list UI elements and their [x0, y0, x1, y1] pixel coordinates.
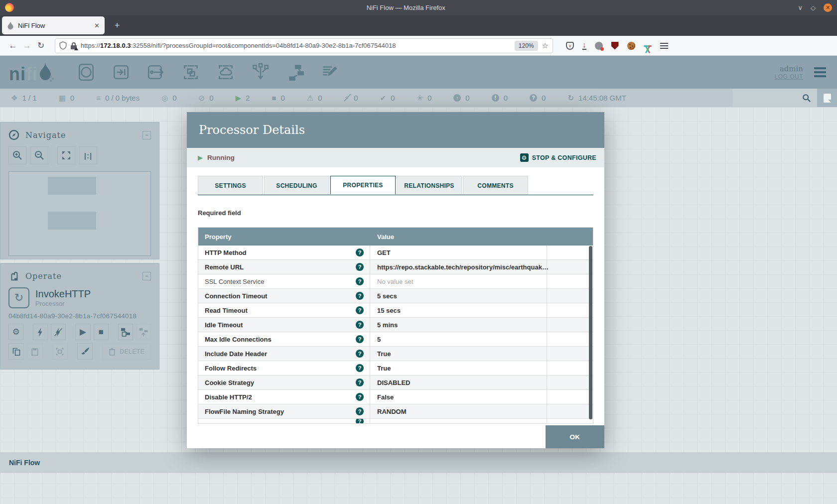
start-button[interactable]: ▶ [75, 324, 90, 340]
stop-button[interactable]: ■ [94, 324, 109, 340]
browser-tab[interactable]: NiFi Flow ✕ [2, 16, 105, 34]
logout-link[interactable]: LOG OUT [774, 73, 803, 80]
property-value: 5 mins [370, 318, 547, 332]
help-icon[interactable]: ? [356, 292, 364, 300]
url-text[interactable]: https://172.18.0.3:32558/nifi/?processGr… [81, 42, 511, 49]
property-value: GET [370, 246, 547, 259]
selected-component-id: 04b8fd14-80a9-30e2-8b1a-7cf067544018 [0, 308, 159, 321]
status-threads-icon: ▦ 0 [59, 94, 75, 103]
tab-properties[interactable]: PROPERTIES [330, 176, 396, 195]
reload-button[interactable]: ↻ [34, 39, 48, 53]
window-titlebar: NiFi Flow — Mozilla Firefox ∨ ◇ ✕ [0, 0, 837, 15]
processor-component-icon[interactable] [77, 63, 96, 82]
threads-icon: ▦ [59, 94, 66, 103]
container-mask-icon[interactable] [595, 42, 603, 50]
bulletin-panel-button[interactable] [817, 89, 837, 107]
tab-scheduling[interactable]: SCHEDULING [264, 176, 329, 195]
tab-relationships[interactable]: RELATIONSHIPS [397, 176, 462, 195]
help-icon[interactable]: ? [356, 306, 364, 314]
help-icon[interactable]: ? [356, 263, 364, 271]
minimap-component [48, 177, 96, 195]
properties-table-header: Property Value [198, 228, 593, 246]
padlock-icon[interactable] [71, 42, 77, 49]
property-row-cookie-strategy: Cookie Strategy ? DISABLED [198, 376, 593, 390]
sync-failure-icon: ? [530, 94, 537, 102]
property-row-disable-http-2: Disable HTTP/2 ? False [198, 390, 593, 404]
help-icon[interactable]: ? [356, 350, 364, 358]
zoom-out-button[interactable] [30, 146, 48, 164]
help-icon[interactable]: ? [356, 393, 364, 401]
help-icon[interactable]: ? [356, 321, 364, 329]
forward-button[interactable]: → [20, 39, 34, 53]
configure-button[interactable]: ⚙ [8, 324, 23, 340]
copy-button[interactable] [8, 343, 24, 360]
template-component-icon[interactable] [286, 63, 305, 82]
help-icon[interactable]: ? [356, 277, 364, 285]
input-port-component-icon[interactable] [112, 63, 131, 82]
property-value: 5 [370, 332, 547, 346]
zoom-in-button[interactable] [8, 146, 26, 164]
pocket-icon[interactable]: ∨ [566, 42, 574, 50]
window-minimize-icon[interactable]: ∨ [798, 4, 803, 11]
refresh-icon[interactable]: ↻ [567, 94, 574, 103]
colorful-asterisk-extension-icon[interactable] [644, 42, 652, 50]
help-icon[interactable]: ? [356, 407, 364, 415]
global-menu-icon[interactable] [814, 71, 826, 73]
window-maximize-icon[interactable]: ◇ [811, 4, 816, 11]
paste-button[interactable] [27, 343, 42, 360]
processor-stamp-icon: ↻ [8, 287, 29, 308]
help-icon[interactable]: ? [356, 249, 364, 256]
selected-component-name: InvokeHTTP [35, 288, 91, 300]
save-template-button[interactable] [118, 324, 133, 340]
upload-template-button[interactable] [136, 324, 151, 340]
label-component-icon[interactable] [321, 63, 340, 82]
help-icon[interactable]: ? [356, 335, 364, 343]
status-disabled-icon: ⚡ 0 [344, 94, 358, 103]
remote-process-group-component-icon[interactable] [216, 63, 235, 82]
status-transmitting-icon: ◎ 0 [161, 94, 176, 103]
search-box[interactable] [732, 89, 817, 107]
downloads-icon[interactable]: ↓ [582, 41, 586, 50]
breadcrumb[interactable]: NiFi Flow [9, 459, 40, 467]
disable-button[interactable] [51, 324, 66, 340]
fit-to-screen-button[interactable] [57, 146, 75, 164]
cluster-icon: ❖ [11, 94, 17, 103]
property-row-http-method: HTTP Method ? GET [198, 246, 593, 260]
ok-button[interactable]: OK [546, 425, 604, 448]
group-button[interactable] [52, 343, 68, 360]
browser-menu-icon[interactable] [660, 45, 668, 46]
invalid-icon: ⚠ [307, 94, 313, 103]
window-close-icon[interactable]: ✕ [824, 3, 832, 12]
search-icon[interactable] [802, 94, 811, 103]
process-group-component-icon[interactable] [181, 63, 200, 82]
cookie-extension-icon[interactable] [627, 42, 635, 50]
window-title: NiFi Flow — Mozilla Firefox [14, 4, 798, 11]
funnel-component-icon[interactable] [251, 63, 270, 82]
back-button[interactable]: ← [6, 39, 20, 53]
tab-comments[interactable]: COMMENTS [463, 176, 528, 195]
tab-settings[interactable]: SETTINGS [198, 176, 263, 195]
collapse-navigate-icon[interactable]: − [142, 131, 151, 139]
tracking-shield-icon[interactable] [59, 41, 67, 50]
help-icon[interactable]: ? [356, 378, 364, 386]
new-tab-button[interactable]: + [110, 18, 125, 33]
help-icon[interactable]: ? [356, 364, 364, 372]
stop-configure-icon: ⚙ [520, 153, 529, 162]
enable-button[interactable] [33, 324, 48, 340]
stop-and-configure-button[interactable]: ⚙ STOP & CONFIGURE [520, 153, 596, 162]
zoom-level-badge[interactable]: 120% [515, 41, 538, 51]
table-scrollbar[interactable] [589, 246, 592, 419]
lock-warning-icon [74, 47, 78, 50]
actual-size-button[interactable]: |:| [79, 146, 97, 164]
url-bar[interactable]: https://172.18.0.3:32558/nifi/?processGr… [55, 38, 553, 53]
delete-button[interactable]: DELETE [102, 343, 151, 360]
color-button[interactable] [77, 343, 93, 360]
bookmark-star-icon[interactable]: ☆ [542, 41, 549, 50]
status-up-to-date-icon: ✔ 0 [380, 94, 395, 103]
collapse-operate-icon[interactable]: − [142, 272, 151, 280]
tab-close-icon[interactable]: ✕ [94, 22, 100, 29]
birdseye-minimap[interactable] [8, 171, 151, 256]
trash-icon [109, 348, 116, 356]
ublock-shield-icon[interactable] [611, 42, 619, 50]
output-port-component-icon[interactable] [146, 63, 165, 82]
